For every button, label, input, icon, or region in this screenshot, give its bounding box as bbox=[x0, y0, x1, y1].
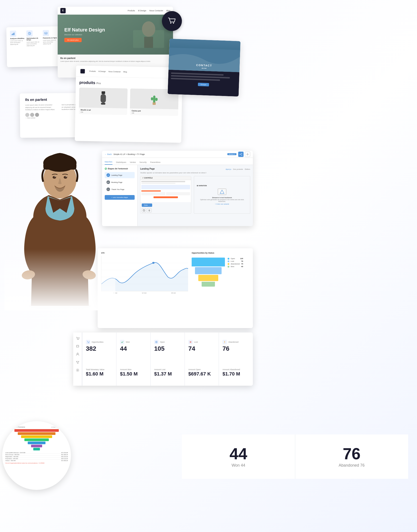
svg-rect-34 bbox=[76, 345, 79, 347]
products-body: produits Pro Moulin à sel 25€ bbox=[75, 77, 182, 120]
metric-value-amount-open: $697.67 K bbox=[188, 371, 215, 376]
svg-rect-7 bbox=[13, 33, 13, 35]
tab-marches[interactable]: Marches bbox=[105, 161, 113, 165]
funnel-variation-icon bbox=[218, 188, 227, 195]
abandoned-label: Abandoned 76 bbox=[339, 463, 365, 468]
svg-point-20 bbox=[241, 155, 242, 155]
pipeline-circle: Entonnoir Pipeline Incubateur Commerce 1… bbox=[2, 421, 71, 490]
website-hero-cta[interactable]: En savoir plus bbox=[64, 38, 82, 42]
feature-item-1: Analyses détaillées Lorem ipsum dolor si… bbox=[10, 30, 25, 47]
legend-abandoned: Abandoned 75 bbox=[228, 263, 243, 265]
view-tab-edition[interactable]: Édition bbox=[245, 168, 250, 170]
funnel-step-thankyou[interactable]: TY Thank You Page bbox=[105, 186, 135, 192]
svg-rect-4 bbox=[144, 37, 153, 48]
funnel-add-step-btn[interactable]: + une nouvelle étape bbox=[105, 195, 135, 200]
products-nav: Produits kl Design Nous Contacter Blog bbox=[89, 70, 127, 73]
won-abandoned-section: 44 Won 44 76 Abandoned 76 bbox=[182, 434, 408, 479]
svg-rect-14 bbox=[101, 103, 105, 105]
funnel-create-variant-btn[interactable]: + Créer une variante bbox=[215, 203, 229, 205]
nav-link-1: Produits bbox=[127, 10, 135, 12]
metrics-top-row: Opportunities 382 Won 44 Open 105 bbox=[73, 332, 253, 359]
svg-rect-16 bbox=[153, 96, 156, 103]
funnel-version-badge: Version 2 bbox=[227, 153, 236, 155]
nav-icon-b[interactable] bbox=[75, 344, 80, 349]
abandoned-number: 76 bbox=[343, 446, 360, 462]
metric-value-abandoned: 76 bbox=[222, 346, 249, 352]
website-hero-sub: Discover our collection bbox=[64, 34, 105, 36]
funnel-breadcrumb: Simple #1 LP > Booking > TY Page bbox=[114, 153, 226, 155]
tab-statistiques[interactable]: Statistiques bbox=[116, 161, 126, 165]
contact-header: CONTACT bbox=[168, 39, 241, 72]
svg-point-36 bbox=[77, 370, 78, 371]
view-tab-apercu[interactable]: Aperçu bbox=[226, 168, 231, 170]
website-hero-text: Elf Nature Design Discover our collectio… bbox=[64, 27, 105, 42]
funnel-step-landing[interactable]: LP Landing Page bbox=[105, 172, 135, 178]
nav-icon-cart[interactable] bbox=[75, 336, 80, 341]
svg-point-0 bbox=[170, 23, 171, 24]
funnel-back-link[interactable]: ← Back bbox=[105, 153, 112, 155]
chart-x-labels: 6 Jun 12 Jun 18 Jun bbox=[101, 292, 188, 294]
opportunity-funnel bbox=[192, 256, 225, 288]
funnel-control-box: ✓ CONTRÔLE bbox=[140, 176, 191, 214]
svg-point-1 bbox=[173, 23, 174, 24]
svg-point-22 bbox=[247, 154, 248, 155]
tab-security[interactable]: Security bbox=[139, 161, 147, 165]
feature-item-3: Paiements en ligne Lorem ipsum dolor sit… bbox=[43, 30, 58, 47]
legend-lost: Lost 78 bbox=[228, 260, 243, 262]
line-chart bbox=[101, 256, 188, 291]
view-tab-produits[interactable]: Des produits bbox=[233, 168, 243, 170]
legend-won: Won 45 bbox=[228, 266, 243, 268]
metric-amount-abandoned: Amount Abandoned $1.70 M bbox=[219, 359, 253, 386]
funnel-share-btn[interactable] bbox=[238, 152, 244, 157]
svg-point-38 bbox=[89, 343, 89, 343]
chart-peak-label: 370 bbox=[101, 252, 188, 254]
metric-abandoned: Abandoned 76 bbox=[219, 332, 253, 359]
product-card-1: Moulin à sel 25€ bbox=[79, 88, 127, 115]
funnel-settings-btn[interactable] bbox=[245, 152, 250, 157]
feature-item-2: Optimisation de temps Lorem ipsum dolor … bbox=[26, 30, 41, 47]
nav-icon-settings[interactable] bbox=[75, 368, 80, 372]
contact-submit[interactable]: Envoyer bbox=[198, 83, 209, 86]
funnel-control-preview bbox=[140, 180, 191, 202]
funnel-edit-btn[interactable]: Éditer → bbox=[142, 203, 152, 207]
funnel-page-notice: Veuillez ajouter un domaine dans les par… bbox=[140, 172, 250, 174]
metric-won: Won 44 bbox=[116, 332, 150, 359]
dashboard-chart-area: 370 6 Jun 12 Jun bbox=[101, 252, 188, 324]
products-header: Produits kl Design Nous Contacter Blog bbox=[76, 66, 183, 79]
metric-value-open: 105 bbox=[154, 346, 181, 352]
funnel-delete-icon[interactable] bbox=[147, 208, 152, 212]
nav-icon-users[interactable] bbox=[75, 352, 80, 356]
metric-value-opportunities: 382 bbox=[86, 346, 113, 352]
website-nav-links: Produits kl Design Nous Contacter Blog bbox=[127, 10, 170, 12]
funnel-step-booking[interactable]: BP Booking Page bbox=[105, 179, 135, 185]
metric-total-monetary: Total Monetary Value $1.60 M bbox=[82, 359, 116, 386]
svg-point-19 bbox=[241, 153, 242, 154]
website-logo: E bbox=[60, 8, 66, 13]
funnel-sidebar: Étapes de l'entonnoir LP Landing Page BP… bbox=[102, 165, 137, 226]
nav-icon-funnel[interactable] bbox=[75, 360, 80, 364]
funnel-copy-btn[interactable] bbox=[142, 208, 146, 212]
funnel-editor-topbar: ← Back Simple #1 LP > Booking > TY Page … bbox=[102, 151, 253, 158]
dashboard-funnel-area: Opportunities by Status Open 105 bbox=[192, 252, 249, 324]
metric-value-amount-won: $1.50 M bbox=[120, 371, 147, 376]
svg-point-31 bbox=[152, 262, 154, 264]
website-hero-title: Elf Nature Design bbox=[64, 27, 105, 33]
dashboard-screenshot: 370 6 Jun 12 Jun bbox=[98, 248, 253, 328]
tab-parametres[interactable]: Paramètres bbox=[150, 161, 161, 165]
won-number: 44 bbox=[229, 446, 247, 462]
won-label: Won 44 bbox=[231, 463, 245, 468]
svg-rect-18 bbox=[155, 98, 157, 101]
tab-ventes[interactable]: Ventes bbox=[130, 161, 136, 165]
abandoned-card: 76 Abandoned 76 bbox=[295, 434, 408, 479]
funnel-steps: LP Landing Page BP Booking Page TY Thank… bbox=[105, 172, 135, 192]
funnel-editor-screenshot: ← Back Simple #1 LP > Booking > TY Page … bbox=[102, 151, 253, 226]
funnel-variation-subtext: Optimisez votre génération de prospects … bbox=[197, 199, 247, 203]
metric-amount-won: Amount Won $1.50 M bbox=[116, 359, 150, 386]
funnel-tabs: Marches Statistiques Ventes Security Par… bbox=[102, 158, 253, 165]
metrics-bottom-row: Total Monetary Value $1.60 M Amount Won … bbox=[73, 359, 253, 386]
metric-lost: Lost 74 bbox=[185, 332, 219, 359]
svg-point-40 bbox=[156, 342, 157, 342]
svg-point-35 bbox=[77, 353, 78, 354]
svg-point-21 bbox=[240, 154, 240, 154]
dashboard-body: 370 6 Jun 12 Jun bbox=[98, 248, 253, 328]
